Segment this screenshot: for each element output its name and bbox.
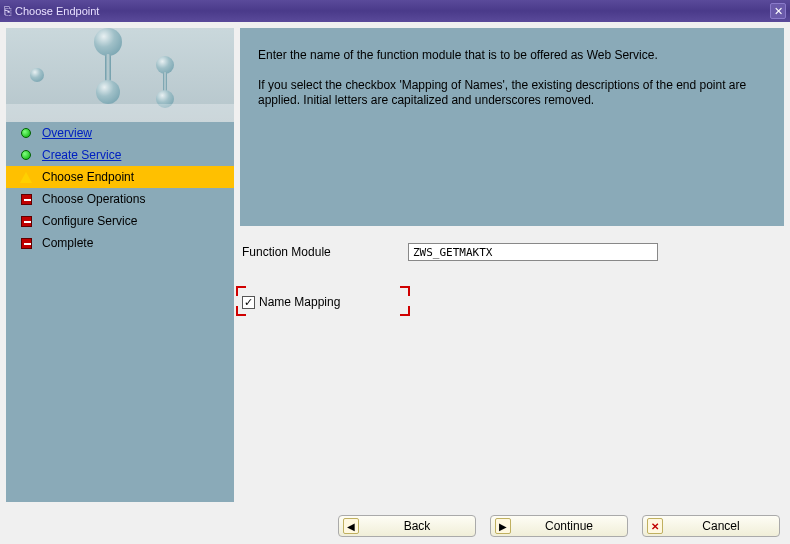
status-current-icon xyxy=(20,171,32,183)
highlight-bracket xyxy=(400,306,410,316)
info-panel: Enter the name of the function module th… xyxy=(240,28,784,226)
back-button-label: Back xyxy=(363,519,471,533)
nav-item-label: Choose Operations xyxy=(42,192,145,206)
window-title: Choose Endpoint xyxy=(15,5,770,17)
status-done-icon xyxy=(20,127,32,139)
name-mapping-row: ✓ Name Mapping xyxy=(240,292,784,312)
nav-item-create-service[interactable]: Create Service xyxy=(6,144,234,166)
status-pending-icon xyxy=(20,193,32,205)
nav-item-label: Complete xyxy=(42,236,93,250)
cancel-icon: ✕ xyxy=(647,518,663,534)
main-content: Enter the name of the function module th… xyxy=(240,28,784,502)
wizard-sidebar: Overview Create Service Choose Endpoint … xyxy=(6,28,234,502)
status-pending-icon xyxy=(20,237,32,249)
function-module-row: Function Module xyxy=(240,240,784,264)
function-module-label: Function Module xyxy=(242,245,408,259)
highlight-bracket xyxy=(236,286,246,296)
wizard-nav: Overview Create Service Choose Endpoint … xyxy=(6,122,234,502)
info-text-2: If you select the checkbox 'Mapping of N… xyxy=(258,78,766,109)
status-pending-icon xyxy=(20,215,32,227)
nav-item-configure-service[interactable]: Configure Service xyxy=(6,210,234,232)
name-mapping-label: Name Mapping xyxy=(259,295,340,309)
function-module-input[interactable] xyxy=(408,243,658,261)
close-button[interactable]: ✕ xyxy=(770,3,786,19)
cancel-button-label: Cancel xyxy=(667,519,775,533)
nav-item-overview[interactable]: Overview xyxy=(6,122,234,144)
nav-item-label: Choose Endpoint xyxy=(42,170,134,184)
nav-item-choose-endpoint[interactable]: Choose Endpoint xyxy=(6,166,234,188)
info-text-1: Enter the name of the function module th… xyxy=(258,48,766,64)
window-icon: ⎘ xyxy=(4,4,11,18)
nav-item-label: Create Service xyxy=(42,148,121,162)
nav-item-label: Configure Service xyxy=(42,214,137,228)
sidebar-decorative-image xyxy=(6,28,234,122)
nav-item-choose-operations[interactable]: Choose Operations xyxy=(6,188,234,210)
cancel-button[interactable]: ✕ Cancel xyxy=(642,515,780,537)
highlight-bracket xyxy=(236,306,246,316)
back-icon: ◀ xyxy=(343,518,359,534)
form-area: Function Module ✓ Name Mapping xyxy=(240,226,784,502)
button-bar: ◀ Back ▶ Continue ✕ Cancel xyxy=(0,508,790,544)
back-button[interactable]: ◀ Back xyxy=(338,515,476,537)
titlebar: ⎘ Choose Endpoint ✕ xyxy=(0,0,790,22)
highlight-bracket xyxy=(400,286,410,296)
status-done-icon xyxy=(20,149,32,161)
nav-item-complete[interactable]: Complete xyxy=(6,232,234,254)
continue-icon: ▶ xyxy=(495,518,511,534)
continue-button[interactable]: ▶ Continue xyxy=(490,515,628,537)
nav-item-label: Overview xyxy=(42,126,92,140)
continue-button-label: Continue xyxy=(515,519,623,533)
